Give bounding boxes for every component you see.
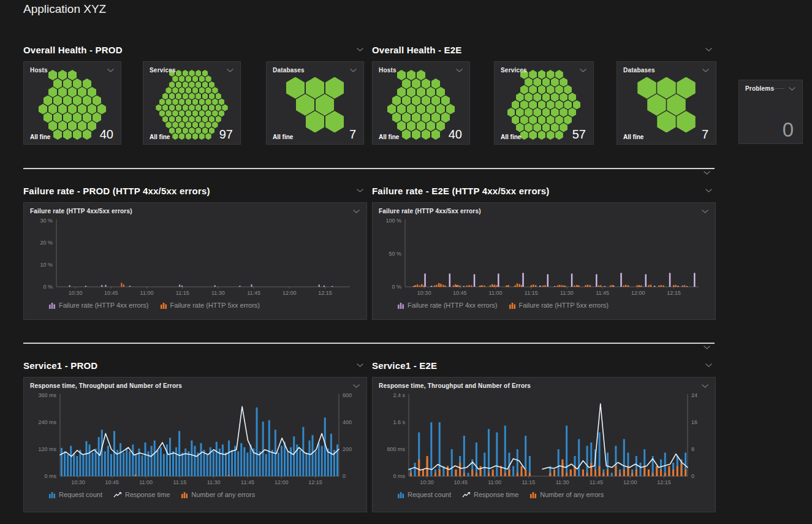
legend-item[interactable]: Request count xyxy=(397,491,451,498)
chevron-down-icon[interactable] xyxy=(705,188,713,193)
hexagon-healthy xyxy=(172,99,178,105)
chart-title: Failure rate (HTTP 4xx/5xx errors) xyxy=(379,208,481,215)
chevron-down-icon[interactable] xyxy=(455,68,463,73)
svg-text:0: 0 xyxy=(343,473,346,479)
chevron-down-icon[interactable] xyxy=(226,68,234,73)
hexagon-healthy xyxy=(547,115,555,124)
chevron-down-icon[interactable] xyxy=(788,86,796,91)
svg-text:1.6 s: 1.6 s xyxy=(393,419,405,425)
chevron-down-icon[interactable] xyxy=(701,209,709,214)
status-badge: All fine xyxy=(501,134,521,140)
status-badge: All fine xyxy=(623,134,643,140)
tile-title: Hosts xyxy=(379,67,397,74)
section-header-service-e2e: Service1 - E2E xyxy=(372,359,713,371)
svg-text:11:45: 11:45 xyxy=(247,290,260,296)
legend-item[interactable]: Failure rate (HTTP 4xx errors) xyxy=(48,302,149,309)
hexagon-healthy xyxy=(192,121,198,128)
legend-item[interactable]: Response time xyxy=(113,491,170,498)
hexagon-healthy xyxy=(186,75,191,82)
section-divider xyxy=(23,343,715,344)
tile-title: Databases xyxy=(273,67,305,74)
legend-item[interactable]: Failure rate (HTTP 5xx errors) xyxy=(509,302,609,309)
svg-text:240 ms: 240 ms xyxy=(38,419,56,425)
svg-text:600: 600 xyxy=(343,392,352,398)
hexagon-healthy xyxy=(192,75,198,82)
tile-title: Services xyxy=(501,67,527,74)
svg-text:11:15: 11:15 xyxy=(525,290,538,296)
health-tile-e2e-services[interactable]: Services All fine57 xyxy=(494,61,594,145)
section-header-overall-e2e: Overall Health - E2E xyxy=(372,44,713,56)
chevron-down-icon[interactable] xyxy=(349,68,357,73)
hexagon-healthy xyxy=(564,85,572,94)
service-metrics-chart-prod[interactable]: 360 ms240 ms120 ms0 ms600400200010:3010:… xyxy=(29,390,361,488)
hexagon-healthy xyxy=(412,78,420,89)
hexagon-healthy xyxy=(165,87,171,94)
hexagon-healthy xyxy=(529,101,537,110)
chevron-down-icon[interactable] xyxy=(107,68,115,73)
chevron-down-icon[interactable] xyxy=(703,170,711,175)
hexagon-healthy xyxy=(156,104,161,111)
hexagon-healthy xyxy=(189,82,194,88)
bar-series-icon xyxy=(48,302,56,309)
hexagon-healthy xyxy=(88,87,96,97)
hexagon-healthy xyxy=(512,115,520,124)
hexagon-healthy xyxy=(677,77,696,99)
tile-title: Services xyxy=(150,67,176,74)
legend-label: Failure rate (HTTP 4xx errors) xyxy=(59,302,149,309)
legend-item[interactable]: Failure rate (HTTP 4xx errors) xyxy=(397,302,498,309)
hexagon-healthy xyxy=(189,104,194,111)
chevron-down-icon[interactable] xyxy=(701,384,709,389)
legend-item[interactable]: Failure rate (HTTP 5xx errors) xyxy=(160,302,260,309)
hexagon-healthy xyxy=(560,108,567,117)
legend-item[interactable]: Number of any errors xyxy=(181,491,255,498)
health-tile-prod-databases[interactable]: Databases All fine7 xyxy=(266,61,364,145)
svg-text:12:15: 12:15 xyxy=(657,479,671,485)
hexagon-healthy xyxy=(431,96,440,106)
line-series-icon xyxy=(113,491,122,498)
hexagon-healthy xyxy=(538,115,546,124)
hexagon-healthy xyxy=(441,96,450,106)
chevron-down-icon[interactable] xyxy=(579,68,587,73)
health-tile-e2e-databases[interactable]: Databases All fine7 xyxy=(617,61,716,145)
hexagon-healthy xyxy=(555,85,563,94)
problems-tile[interactable]: Problems 0 xyxy=(738,80,803,144)
hexagon-healthy xyxy=(212,121,218,128)
legend-item[interactable]: Response time xyxy=(462,491,518,498)
section-title: Failure rate - PROD (HTTP 4xx/5xx errors… xyxy=(23,186,210,196)
chevron-down-icon[interactable] xyxy=(356,47,364,52)
hexagon-healthy xyxy=(179,121,184,128)
service-metrics-chart-e2e[interactable]: 2.4 s1.6 s800 ms0 ms24168010:3010:4511:0… xyxy=(378,390,710,488)
chevron-down-icon[interactable] xyxy=(356,363,364,368)
hexagon-healthy xyxy=(568,93,576,102)
svg-text:11:45: 11:45 xyxy=(596,290,609,296)
svg-text:10:45: 10:45 xyxy=(453,290,467,296)
chevron-down-icon[interactable] xyxy=(352,209,360,214)
chevron-down-icon[interactable] xyxy=(705,363,713,368)
chevron-down-icon[interactable] xyxy=(703,345,711,350)
health-tile-prod-hosts[interactable]: Hosts All fine40 xyxy=(23,61,121,145)
hexagon-healthy xyxy=(78,87,86,97)
legend-item[interactable]: Number of any errors xyxy=(529,491,604,498)
failure-rate-chart-prod[interactable]: 30 %20 %10 %0 %10:3010:4511:0011:1511:30… xyxy=(29,216,361,299)
chevron-down-icon[interactable] xyxy=(705,47,713,52)
health-tile-prod-services[interactable]: Services All fine97 xyxy=(143,61,241,145)
chevron-down-icon[interactable] xyxy=(702,68,710,73)
chevron-down-icon[interactable] xyxy=(356,188,364,193)
hexagon-healthy xyxy=(159,110,165,117)
section-header-service-prod: Service1 - PROD xyxy=(23,359,364,371)
chart-legend: Request countResponse timeNumber of any … xyxy=(48,491,366,498)
hexagon-healthy xyxy=(422,78,430,89)
health-tile-e2e-hosts[interactable]: Hosts All fine40 xyxy=(372,61,470,145)
bar-series-icon xyxy=(397,491,404,498)
section-title: Overall Health - PROD xyxy=(23,45,123,55)
chevron-down-icon[interactable] xyxy=(352,384,360,389)
hexagon-healthy xyxy=(93,96,101,106)
failure-rate-chart-e2e[interactable]: 100 %50 %0 %10:3010:4511:0011:1511:3011:… xyxy=(378,216,710,299)
section-title: Service1 - E2E xyxy=(372,360,437,371)
hexagon-healthy xyxy=(183,116,188,123)
svg-text:11:45: 11:45 xyxy=(590,479,603,485)
hexagon-healthy xyxy=(183,104,188,111)
svg-text:10 %: 10 % xyxy=(40,262,53,268)
hexagon-healthy xyxy=(202,82,208,88)
legend-item[interactable]: Request count xyxy=(48,491,102,498)
